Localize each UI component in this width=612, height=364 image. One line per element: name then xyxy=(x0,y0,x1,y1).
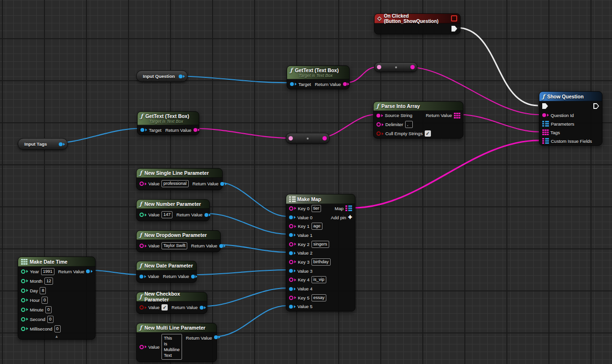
key-0-field[interactable]: tier xyxy=(311,205,322,212)
value-field[interactable]: 147 xyxy=(161,211,172,218)
node-new-single-line-parameter[interactable]: ƒ New Single Line Parameter Value profes… xyxy=(136,168,223,190)
year-pin[interactable] xyxy=(21,269,28,274)
wire-checkbox-to-value4[interactable] xyxy=(204,288,287,306)
millisecond-field[interactable]: 0 xyxy=(54,325,61,332)
key-4-field[interactable]: is_vip xyxy=(311,276,326,283)
reroute-out-pin[interactable] xyxy=(322,136,327,140)
value-3-pin[interactable] xyxy=(289,269,296,273)
value-field[interactable]: Taylor Swift xyxy=(161,242,187,249)
wire-inputquestion-to-gettext-target[interactable] xyxy=(173,76,289,83)
target-pin[interactable] xyxy=(140,128,147,132)
wire-singleline-to-value0[interactable] xyxy=(219,182,287,216)
value-4-pin[interactable] xyxy=(289,287,296,291)
wire-makemap-to-customissuefields[interactable] xyxy=(354,140,539,208)
node-gettext-question[interactable]: ƒ GetText (Text Box) Target is Text Box … xyxy=(287,65,350,89)
node-header[interactable]: ƒ New Number Parameter xyxy=(137,200,209,209)
exec-out-pin[interactable] xyxy=(593,103,599,109)
key-5-field[interactable]: essay xyxy=(311,294,327,301)
return-value-pin[interactable] xyxy=(86,269,93,273)
reroute-out-pin[interactable] xyxy=(410,65,415,69)
blueprint-graph-canvas[interactable]: ◇ On Clicked (Button_ShowQuestion) Input… xyxy=(0,0,612,364)
node-new-number-parameter[interactable]: ƒ New Number Parameter Value 147 Return … xyxy=(136,199,210,221)
return-value-pin[interactable] xyxy=(191,275,198,278)
node-header[interactable]: ƒ Parse Into Array xyxy=(374,102,463,111)
node-variable-input-question[interactable]: Input Question xyxy=(136,70,188,82)
node-variable-input-tags[interactable]: Input Tags xyxy=(18,138,68,150)
node-header[interactable]: Make Date Time xyxy=(18,257,95,267)
delimiter-field[interactable]: , xyxy=(405,121,413,128)
exec-in-pin[interactable] xyxy=(542,103,548,109)
return-value-pin[interactable] xyxy=(219,244,226,248)
node-new-dropdown-parameter[interactable]: ƒ New Dropdown Parameter Value Taylor Sw… xyxy=(136,230,221,252)
reroute-node-question[interactable] xyxy=(374,62,418,72)
reroute-in-pin[interactable] xyxy=(377,65,381,69)
value-checkbox[interactable]: ✓ xyxy=(161,304,168,310)
custom-issue-fields-map-pin[interactable] xyxy=(542,138,549,144)
wire-gettext-tags-to-reroute[interactable] xyxy=(195,128,289,138)
node-header[interactable]: ƒ New Checkbox Parameter xyxy=(137,292,207,301)
minute-field[interactable]: 0 xyxy=(45,306,52,313)
node-show-question[interactable]: ƒ Show Question Question Id Parameters T… xyxy=(539,91,602,146)
node-new-date-parameter[interactable]: ƒ New Date Parameter Value Return Value xyxy=(136,261,197,283)
value-pin[interactable] xyxy=(140,305,147,310)
reroute-in-pin[interactable] xyxy=(289,136,293,140)
minute-pin[interactable] xyxy=(21,308,28,312)
return-value-pin[interactable] xyxy=(193,128,200,132)
node-make-map[interactable]: Make Map Key 0 tier Map Value 0 Add pin … xyxy=(286,194,355,311)
output-pin[interactable] xyxy=(59,142,65,146)
wire-exec-onclicked-to-showquestion[interactable] xyxy=(457,28,538,106)
value-pin[interactable] xyxy=(140,182,147,186)
node-header[interactable]: ƒ New Date Parameter xyxy=(137,261,196,270)
wire-dropdown-to-value2[interactable] xyxy=(218,245,287,252)
value-0-pin[interactable] xyxy=(289,215,296,219)
node-new-multi-line-parameter[interactable]: ƒ New Multi Line Parameter Value This Is… xyxy=(136,323,217,362)
node-header[interactable]: ƒ New Single Line Parameter xyxy=(137,169,222,178)
millisecond-pin[interactable] xyxy=(21,327,28,331)
return-value-pin[interactable] xyxy=(220,182,227,186)
key-0-pin[interactable] xyxy=(289,206,296,211)
node-make-date-time[interactable]: Make Date Time Year 1991 Return Value Mo… xyxy=(18,257,96,340)
return-value-array-pin[interactable] xyxy=(454,113,460,118)
parameters-map-pin[interactable] xyxy=(542,121,549,127)
target-pin[interactable] xyxy=(290,82,297,86)
reroute-node-tags[interactable] xyxy=(286,133,330,144)
key-3-field[interactable]: birthday xyxy=(311,258,331,266)
source-string-pin[interactable] xyxy=(376,114,383,118)
wire-gettext-question-to-reroute[interactable] xyxy=(346,67,377,83)
return-value-pin[interactable] xyxy=(200,306,206,310)
node-header[interactable]: ◇ On Clicked (Button_ShowQuestion) xyxy=(375,14,460,23)
delimiter-pin[interactable] xyxy=(376,122,384,127)
key-2-pin[interactable] xyxy=(289,242,296,246)
value-1-pin[interactable] xyxy=(289,233,296,237)
second-field[interactable]: 0 xyxy=(47,316,54,323)
question-id-pin[interactable] xyxy=(542,113,549,117)
map-output-pin[interactable] xyxy=(345,205,352,211)
node-header[interactable]: Make Map xyxy=(286,194,355,204)
node-header[interactable]: ƒ New Multi Line Parameter xyxy=(137,323,216,332)
month-field[interactable]: 12 xyxy=(44,278,53,285)
month-pin[interactable] xyxy=(21,279,28,283)
key-1-pin[interactable] xyxy=(289,224,296,228)
node-header[interactable]: ƒ New Dropdown Parameter xyxy=(137,231,220,240)
node-gettext-tags[interactable]: ƒ GetText (Text Box) Target is Text Box … xyxy=(137,111,199,135)
day-field[interactable]: 8 xyxy=(40,287,46,294)
collapse-node-button[interactable]: ▲ xyxy=(18,333,95,339)
key-4-pin[interactable] xyxy=(289,278,296,282)
node-new-checkbox-parameter[interactable]: ƒ New Checkbox Parameter Value ✓ Return … xyxy=(136,292,207,314)
wire-multiline-to-value5[interactable] xyxy=(214,306,287,337)
value-2-pin[interactable] xyxy=(289,251,296,255)
wire-makedatetime-to-datevalue[interactable] xyxy=(93,270,138,275)
tags-array-pin[interactable] xyxy=(542,129,548,135)
wire-parsearray-to-tags[interactable] xyxy=(461,115,539,132)
node-parse-into-array[interactable]: ƒ Parse Into Array Source String Return … xyxy=(373,101,463,139)
hour-field[interactable]: 0 xyxy=(42,297,48,304)
key-1-field[interactable]: age xyxy=(311,223,322,230)
cull-empty-strings-checkbox[interactable]: ✓ xyxy=(425,130,431,137)
output-pin[interactable] xyxy=(179,75,185,78)
exec-out-pin[interactable] xyxy=(451,26,457,32)
value-pin[interactable] xyxy=(140,275,146,278)
node-header[interactable]: ƒ GetText (Text Box) Target is Text Box xyxy=(287,66,349,79)
day-pin[interactable] xyxy=(21,289,28,293)
year-field[interactable]: 1991 xyxy=(41,268,54,275)
value-pin[interactable] xyxy=(140,345,147,349)
